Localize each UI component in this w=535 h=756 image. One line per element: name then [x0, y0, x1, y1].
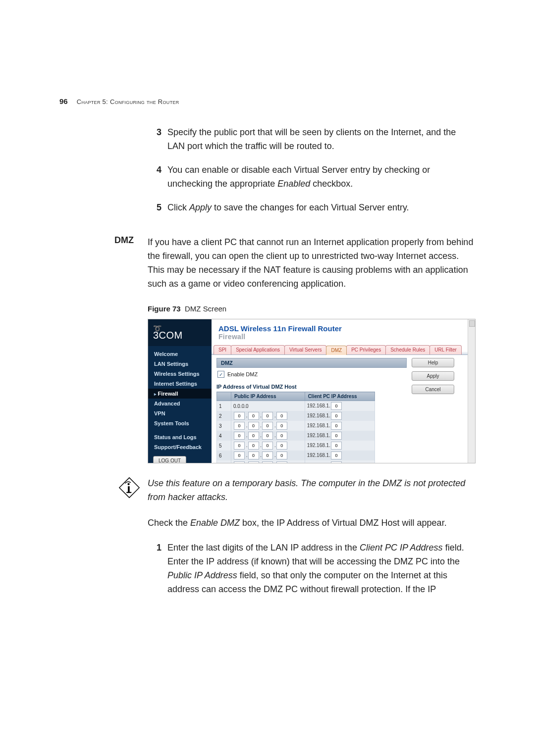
- action-buttons: Help Apply Cancel: [412, 355, 475, 463]
- client-ip-last-octet[interactable]: [331, 442, 342, 450]
- panel-heading-dmz: DMZ: [216, 358, 407, 368]
- step-number: 5: [148, 201, 161, 214]
- emphasis: Enabled: [277, 179, 310, 189]
- col-public-ip: Public IP Address: [231, 392, 305, 401]
- step-text: Specify the public port that will be see…: [161, 125, 476, 153]
- public-ip-octet[interactable]: [262, 422, 273, 430]
- section-paragraph: If you have a client PC that cannot run …: [148, 235, 476, 291]
- step-text: Enter the last digits of the LAN IP addr…: [161, 541, 476, 596]
- public-ip-octet[interactable]: [276, 461, 287, 463]
- col-client-ip: Client PC IP Address: [305, 392, 374, 401]
- client-ip-last-octet[interactable]: [331, 461, 342, 463]
- tab-dmz[interactable]: DMZ: [326, 346, 347, 355]
- client-ip-last-octet[interactable]: [331, 422, 342, 430]
- sidebar-item-internet[interactable]: Internet Settings: [148, 379, 212, 389]
- dmz-table: Public IP Address Client PC IP Address 1…: [216, 392, 375, 463]
- sidebar-gap: [148, 428, 212, 432]
- logout-button[interactable]: LOG OUT: [153, 456, 186, 463]
- client-ip-last-octet[interactable]: [331, 452, 342, 459]
- sidebar-item-lan[interactable]: LAN Settings: [148, 359, 212, 369]
- client-ip-last-octet[interactable]: [331, 412, 342, 420]
- public-ip-octet[interactable]: [276, 412, 287, 420]
- sidebar-item-system-tools[interactable]: System Tools: [148, 418, 212, 428]
- sidebar-item-vpn[interactable]: VPN: [148, 408, 212, 418]
- public-ip-octet[interactable]: [276, 442, 287, 450]
- step-text: Click Apply to save the changes for each…: [161, 201, 476, 214]
- public-ip-octet[interactable]: [262, 432, 273, 440]
- public-ip-octet[interactable]: [276, 452, 287, 459]
- client-ip-last-octet[interactable]: [331, 402, 342, 410]
- public-ip-octet[interactable]: [234, 442, 245, 450]
- svg-rect-2: [128, 486, 130, 493]
- public-ip-octet[interactable]: [262, 442, 273, 450]
- main-panel: ADSL Wireless 11n Firewall Router Firewa…: [212, 319, 475, 463]
- public-ip-octet[interactable]: [234, 461, 245, 463]
- tab-schedule-rules[interactable]: Schedule Rules: [385, 345, 430, 354]
- public-ip-octet[interactable]: [262, 461, 273, 463]
- app-title: ADSL Wireless 11n Firewall Router: [212, 319, 475, 333]
- sidebar-nav: Welcome LAN Settings Wireless Settings I…: [148, 346, 212, 452]
- sidebar-item-firewall[interactable]: Firewall: [148, 389, 212, 399]
- sidebar-item-welcome[interactable]: Welcome: [148, 349, 212, 359]
- enable-dmz-label: Enable DMZ: [227, 371, 258, 377]
- public-ip-octet[interactable]: [234, 412, 245, 420]
- sidebar-item-advanced[interactable]: Advanced: [148, 399, 212, 408]
- public-ip-octet[interactable]: [248, 412, 259, 420]
- public-ip-octet[interactable]: [234, 422, 245, 430]
- public-ip-octet[interactable]: [248, 422, 259, 430]
- enable-dmz-checkbox[interactable]: ✓: [217, 371, 224, 378]
- public-ip-octet[interactable]: [276, 422, 287, 430]
- public-ip-octet[interactable]: [262, 412, 273, 420]
- public-ip-octet[interactable]: [276, 432, 287, 440]
- figure-title: DMZ Screen: [185, 304, 226, 313]
- public-ip-octet[interactable]: [248, 432, 259, 440]
- step-1b: 1 Enter the last digits of the LAN IP ad…: [148, 541, 476, 596]
- sidebar-item-support[interactable]: Support/Feedback: [148, 442, 212, 452]
- tab-pc-privileges[interactable]: PC Privileges: [346, 345, 386, 354]
- table-row: 1 0.0.0.0 192.168.1.: [217, 401, 375, 411]
- public-ip-octet[interactable]: [248, 452, 259, 459]
- text: Enter the last digits of the LAN IP addr…: [167, 543, 360, 553]
- sidebar-item-status[interactable]: Status and Logs: [148, 432, 212, 442]
- emphasis: Public IP Address: [167, 570, 237, 580]
- figure-label: Figure 73: [148, 304, 181, 313]
- client-ip-cell: 192.168.1.: [305, 401, 374, 411]
- tab-special-apps[interactable]: Special Applications: [231, 345, 285, 354]
- step-number: 1: [148, 541, 161, 596]
- public-ip-octet[interactable]: [234, 432, 245, 440]
- client-ip-last-octet[interactable]: [331, 432, 342, 440]
- tab-spi[interactable]: SPI: [214, 345, 231, 354]
- table-row: 2 . . . 192.168.1.: [217, 411, 375, 421]
- scrollbar[interactable]: [468, 319, 475, 463]
- info-note: Use this feature on a temporary basis. T…: [148, 476, 476, 504]
- sidebar: ➰ 3COM Welcome LAN Settings Wireless Set…: [148, 319, 212, 463]
- public-ip-octet[interactable]: [248, 461, 259, 463]
- info-icon: [118, 476, 141, 501]
- row-index: 1: [217, 401, 231, 411]
- table-row: 4 . . . 192.168.1.: [217, 431, 375, 441]
- running-header: 96 Chapter 5: Configuring the Router: [59, 0, 476, 125]
- tab-url-filter[interactable]: URL Filter: [429, 345, 462, 354]
- text: to save the changes for each Virtual Ser…: [212, 202, 409, 212]
- help-button[interactable]: Help: [412, 358, 454, 367]
- svg-point-1: [127, 483, 129, 485]
- brand-logo-block: ➰ 3COM: [148, 319, 212, 346]
- public-ip-octet[interactable]: [234, 452, 245, 459]
- public-ip-octet[interactable]: [248, 442, 259, 450]
- sidebar-item-wireless[interactable]: Wireless Settings: [148, 369, 212, 379]
- step-5: 5 Click Apply to save the changes for ea…: [148, 201, 476, 214]
- text: Click: [167, 202, 189, 212]
- text: Check the: [148, 518, 190, 528]
- cancel-button[interactable]: Cancel: [412, 385, 454, 394]
- step-text: You can enable or disable each Virtual S…: [161, 163, 476, 191]
- tab-virtual-servers[interactable]: Virtual Servers: [284, 345, 326, 354]
- tab-bar: SPI Special Applications Virtual Servers…: [212, 344, 475, 355]
- table-row: 6 . . . 192.168.1.: [217, 451, 375, 460]
- enable-dmz-row: ✓ Enable DMZ: [216, 368, 407, 383]
- public-ip-octet[interactable]: [262, 452, 273, 459]
- table-row: 7 . . . 192.168.1.: [217, 460, 375, 463]
- apply-button[interactable]: Apply: [412, 371, 454, 381]
- emphasis: Apply: [189, 202, 212, 212]
- public-ip-cell: 0.0.0.0: [231, 401, 305, 411]
- brand-logo-text: 3COM: [153, 330, 212, 341]
